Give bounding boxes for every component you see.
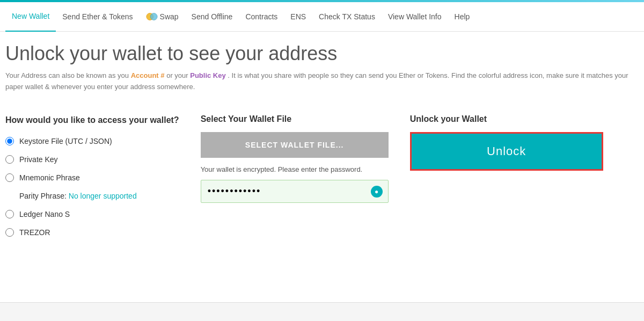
nav-contracts[interactable]: Contracts	[239, 2, 284, 32]
option-mnemonic[interactable]: Mnemonic Phrase	[5, 173, 179, 182]
nav-send-ether[interactable]: Send Ether & Tokens	[56, 2, 139, 32]
radio-trezor[interactable]	[5, 228, 14, 237]
parity-text: Parity Phrase:	[19, 192, 67, 200]
public-key-label: Public Key	[190, 71, 225, 79]
radio-mnemonic[interactable]	[5, 173, 14, 182]
password-input[interactable]	[201, 180, 388, 202]
access-column: How would you like to access your wallet…	[5, 114, 179, 246]
svg-point-1	[150, 13, 157, 20]
wallet-column: Select Your Wallet File SELECT WALLET FI…	[201, 114, 389, 203]
select-wallet-file-button[interactable]: SELECT WALLET FILE...	[201, 132, 389, 158]
nav-help[interactable]: Help	[448, 2, 477, 32]
unlock-column-title: Unlock your Wallet	[410, 114, 603, 124]
nav-swap-label: Swap	[160, 12, 179, 21]
radio-private-key[interactable]	[5, 155, 14, 164]
label-private-key: Private Key	[19, 155, 58, 164]
option-keystore[interactable]: Keystore File (UTC / JSON)	[5, 137, 179, 145]
label-ledger: Ledger Nano S	[19, 210, 70, 218]
info-text: Your Address can also be known as you Ac…	[5, 70, 639, 93]
nav-check-tx[interactable]: Check TX Status	[312, 2, 382, 32]
option-trezor[interactable]: TREZOR	[5, 228, 179, 237]
toggle-password-icon[interactable]: ●	[371, 186, 383, 198]
nav-ens[interactable]: ENS	[284, 2, 312, 32]
nav-send-offline[interactable]: Send Offline	[185, 2, 239, 32]
unlock-column: Unlock your Wallet Unlock	[410, 114, 603, 171]
parity-no-support-link[interactable]: No longer supported	[69, 192, 137, 200]
option-ledger[interactable]: Ledger Nano S	[5, 210, 179, 218]
label-trezor: TREZOR	[19, 228, 50, 237]
password-field-wrapper: ●	[201, 180, 389, 203]
option-private-key[interactable]: Private Key	[5, 155, 179, 164]
navigation: New Wallet Send Ether & Tokens Swap Send…	[0, 2, 644, 32]
columns-layout: How would you like to access your wallet…	[5, 109, 639, 246]
unlock-button[interactable]: Unlock	[410, 132, 603, 171]
radio-keystore[interactable]	[5, 137, 14, 145]
nav-view-wallet[interactable]: View Wallet Info	[382, 2, 448, 32]
radio-ledger[interactable]	[5, 210, 14, 218]
parity-row: Parity Phrase: No longer supported	[19, 192, 179, 200]
access-title: How would you like to access your wallet…	[5, 114, 179, 126]
label-keystore: Keystore File (UTC / JSON)	[19, 137, 112, 145]
encrypted-message: Your wallet is encrypted. Please enter t…	[201, 164, 389, 175]
swap-icon	[146, 11, 158, 23]
wallet-column-title: Select Your Wallet File	[201, 114, 389, 124]
account-label: Account #	[131, 71, 165, 79]
label-mnemonic: Mnemonic Phrase	[19, 173, 80, 182]
page-title: Unlock your wallet to see your address	[5, 42, 639, 65]
nav-new-wallet[interactable]: New Wallet	[5, 2, 56, 32]
main-content: Unlock your wallet to see your address Y…	[0, 32, 644, 252]
nav-swap[interactable]: Swap	[140, 2, 185, 32]
